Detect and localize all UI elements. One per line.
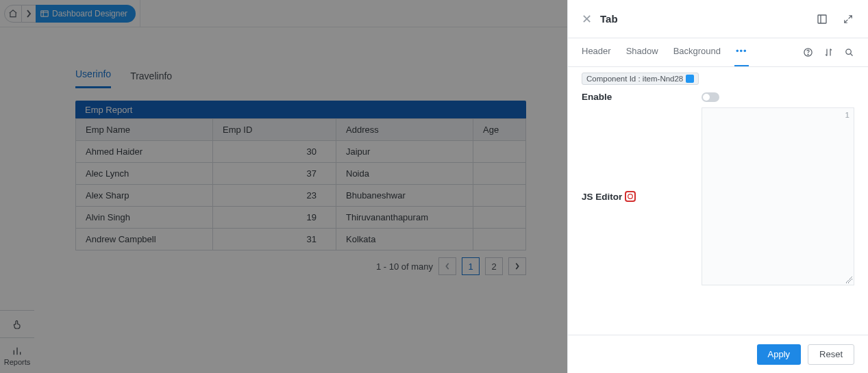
col-age[interactable]: Age [473, 119, 526, 141]
panel-tab-shadow[interactable]: Shadow [626, 46, 658, 59]
panel-tab-more[interactable]: ••• [736, 46, 747, 59]
svg-point-5 [628, 194, 633, 199]
table-row: Alvin Singh19Thiruvananthapuram [76, 207, 526, 229]
table-row: Ahmed Haider30Jaipur [76, 141, 526, 163]
svg-rect-0 [41, 10, 49, 16]
panel-tabs: Header Shadow Background ••• [568, 38, 868, 67]
svg-rect-1 [818, 15, 826, 23]
js-editor-help-icon[interactable] [625, 191, 636, 202]
table-row: Alex Sharp23Bhubaneshwar [76, 185, 526, 207]
main-tabs: Userinfo Travelinfo [75, 68, 526, 88]
js-editor-textarea[interactable]: 1 [702, 107, 854, 285]
reset-button[interactable]: Reset [808, 344, 854, 365]
copy-icon[interactable] [686, 75, 694, 83]
page-prev-button[interactable] [438, 257, 456, 275]
panel-tab-header[interactable]: Header [582, 46, 611, 59]
component-id-chip[interactable]: Component Id : item-Nnd28 [582, 73, 699, 85]
tab-travelinfo[interactable]: Travelinfo [130, 70, 172, 88]
pagination-range: 1 - 10 of many [376, 261, 433, 272]
side-reports-button[interactable]: Reports [0, 337, 34, 373]
panel-title: Tab [600, 13, 802, 25]
col-emp-name[interactable]: Emp Name [76, 119, 213, 141]
component-id-text: Component Id : item-Nnd28 [586, 75, 683, 83]
col-emp-id[interactable]: Emp ID [213, 119, 336, 141]
enable-label: Enable [582, 92, 702, 102]
properties-panel: ✕ Tab Header Shadow Background ••• Compo… [567, 0, 868, 373]
report-table: Emp Name Emp ID Address Age Ahmed Haider… [75, 118, 526, 250]
panel-tab-background[interactable]: Background [673, 46, 721, 59]
table-row: Andrew Campbell31Kolkata [76, 229, 526, 250]
svg-point-3 [808, 54, 808, 55]
side-reports-label: Reports [4, 358, 31, 366]
page-1-button[interactable]: 1 [462, 257, 480, 275]
home-icon[interactable] [4, 5, 22, 23]
tab-userinfo[interactable]: Userinfo [75, 68, 111, 88]
expand-icon[interactable] [842, 13, 854, 25]
main-area: Userinfo Travelinfo Emp Report Emp Name … [34, 27, 567, 373]
side-rail: Reports [0, 310, 34, 373]
apply-button[interactable]: Apply [757, 344, 802, 365]
sort-icon[interactable] [823, 47, 834, 58]
editor-line-number: 1 [845, 111, 850, 119]
col-address[interactable]: Address [336, 119, 473, 141]
page-next-button[interactable] [508, 257, 526, 275]
search-icon[interactable] [843, 47, 854, 58]
js-editor-label: JS Editor [582, 191, 636, 202]
table-row: Alec Lynch37Noida [76, 163, 526, 185]
pagination: 1 - 10 of many 1 2 [75, 257, 526, 275]
svg-point-4 [845, 49, 851, 55]
breadcrumb-title: Dashboard Designer [52, 9, 127, 18]
page-2-button[interactable]: 2 [485, 257, 503, 275]
enable-toggle[interactable] [702, 92, 719, 102]
help-icon[interactable] [802, 47, 813, 58]
side-touch-button[interactable] [0, 310, 34, 337]
close-icon[interactable]: ✕ [582, 12, 592, 27]
report-title: Emp Report [75, 101, 526, 118]
top-bar: Dashboard Designer [0, 0, 567, 27]
resize-handle[interactable] [845, 276, 852, 283]
layout-icon[interactable] [816, 13, 828, 25]
breadcrumb-chevron-icon [22, 5, 36, 23]
breadcrumb-current[interactable]: Dashboard Designer [36, 5, 136, 23]
